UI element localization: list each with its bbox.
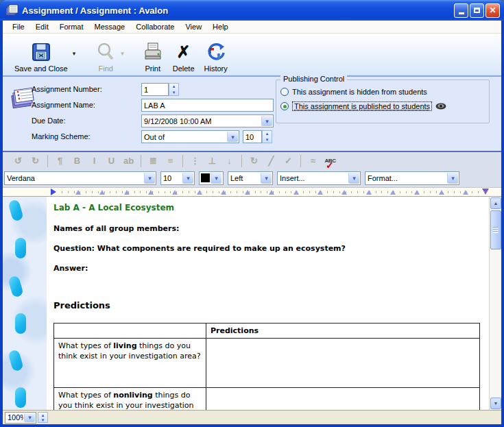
spin-down-icon[interactable]: ▾	[38, 417, 47, 422]
assignment-name-input[interactable]: LAB A	[141, 99, 274, 112]
refresh-icon: ↻	[245, 156, 263, 166]
menu-view[interactable]: View	[180, 21, 207, 32]
delete-button[interactable]: ✗ Delete	[169, 40, 198, 73]
tab-stop-marker[interactable]	[172, 190, 178, 195]
tab-stop-marker[interactable]	[148, 190, 154, 195]
tab-stop-marker[interactable]	[75, 190, 81, 195]
assignment-name-label: Assignment Name:	[32, 101, 95, 109]
save-and-close-button[interactable]: Save and Close	[11, 40, 71, 73]
menu-format[interactable]: Format	[54, 21, 89, 32]
scroll-up-button[interactable]: ▲	[490, 197, 501, 209]
menu-help[interactable]: Help	[207, 21, 234, 32]
radio-unchecked-icon[interactable]	[280, 88, 289, 96]
tab-stop-marker[interactable]	[366, 190, 372, 195]
menu-message[interactable]: Message	[89, 21, 131, 32]
align-value: Left	[228, 172, 260, 184]
spin-up-icon[interactable]: ▴	[38, 413, 47, 417]
assignment-number-value[interactable]: 1	[141, 83, 169, 96]
menu-collaborate[interactable]: Collaborate	[130, 21, 180, 32]
maximize-button[interactable]	[470, 3, 484, 18]
chevron-down-icon[interactable]: ▾	[211, 173, 221, 184]
ruler-tick	[309, 191, 310, 193]
chevron-down-icon[interactable]: ▾	[144, 173, 155, 184]
format-select[interactable]: Format... ▾	[365, 171, 459, 185]
due-date-select[interactable]: 9/12/2008 10:00 AM ▾	[141, 114, 274, 127]
title-bar[interactable]: Assignment / Assignment : Avalon ✕	[0, 0, 504, 21]
scroll-down-button[interactable]: ▼	[490, 398, 501, 409]
chevron-down-icon[interactable]: ▾	[447, 173, 458, 184]
tab-stop-marker[interactable]	[221, 190, 226, 195]
vertical-scrollbar[interactable]: ▲ ▼	[489, 197, 501, 410]
align-select[interactable]: Left ▾	[228, 171, 273, 185]
marking-points-value[interactable]: 10	[243, 130, 262, 143]
tab-stop-marker[interactable]	[124, 190, 130, 195]
print-button[interactable]: Print	[139, 40, 167, 73]
font-color-select[interactable]: ▾	[199, 171, 224, 185]
chevron-down-icon[interactable]: ▾	[24, 413, 35, 422]
find-button: Find	[92, 40, 119, 73]
answer-line: Answer:	[53, 264, 481, 273]
chevron-down-icon[interactable]: ▾	[261, 173, 272, 184]
find-label: Find	[99, 64, 113, 73]
indent-icon: ⋮	[187, 156, 204, 166]
tab-stop-marker[interactable]	[99, 190, 105, 195]
scrollbar-thumb[interactable]	[490, 210, 501, 249]
menu-edit[interactable]: Edit	[30, 21, 54, 32]
ruler-tick	[285, 191, 286, 193]
published-option-label[interactable]: This assignment is published to students	[292, 101, 432, 111]
question-line: Question: What components are required t…	[53, 244, 481, 253]
assignment-number-label: Assignment Number:	[32, 85, 102, 93]
font-size-select[interactable]: 10 ▾	[160, 171, 195, 185]
tab-stop-marker[interactable]	[341, 190, 347, 195]
close-button[interactable]: ✕	[485, 3, 500, 18]
tab-stop-marker[interactable]	[463, 190, 468, 195]
separator	[300, 155, 301, 167]
marking-points-spinner[interactable]: ▴ ▾	[262, 130, 272, 143]
published-option-row[interactable]: This assignment is published to students	[280, 101, 446, 111]
ruler-tick	[195, 191, 195, 193]
nonliving-answer-cell[interactable]	[206, 388, 480, 411]
left-indent-marker[interactable]	[51, 188, 56, 195]
font-family-select[interactable]: Verdana ▾	[4, 171, 156, 185]
living-answer-cell[interactable]	[206, 339, 480, 388]
chevron-down-icon[interactable]: ▾	[261, 116, 272, 126]
right-indent-marker[interactable]	[482, 188, 489, 195]
spin-down-icon[interactable]: ▾	[263, 137, 272, 143]
menu-file[interactable]: File	[7, 21, 30, 32]
document-page[interactable]: Lab A - A Local Ecosystem Names of all g…	[47, 197, 489, 410]
tab-stop-marker[interactable]	[269, 190, 274, 195]
chevron-down-icon[interactable]: ▾	[227, 132, 238, 142]
eye-icon	[435, 103, 446, 110]
tab-stop-marker[interactable]	[317, 190, 323, 195]
radio-checked-icon[interactable]	[280, 102, 289, 110]
hidden-option-label[interactable]: This assignment is hidden from students	[292, 88, 427, 96]
spin-up-icon[interactable]: ▴	[169, 84, 178, 90]
marking-scheme-select[interactable]: Out of ▾	[141, 130, 239, 143]
assignment-number-field[interactable]: 1 ▴ ▾	[141, 83, 179, 96]
chevron-down-icon[interactable]: ▾	[348, 173, 359, 184]
insert-select[interactable]: Insert... ▾	[277, 171, 361, 185]
tab-stop-marker[interactable]	[439, 190, 444, 195]
marking-points-field[interactable]: 10 ▴ ▾	[243, 130, 272, 143]
ruler-tick	[411, 191, 412, 193]
insert-below-icon: ↓	[221, 156, 238, 166]
minimize-icon	[459, 12, 464, 14]
zoom-spinner[interactable]: ▴ ▾	[38, 412, 48, 423]
hidden-option-row[interactable]: This assignment is hidden from students	[280, 88, 427, 96]
minimize-button[interactable]	[454, 3, 468, 18]
history-button[interactable]: History	[201, 40, 231, 73]
assignment-number-spinner[interactable]: ▴ ▾	[169, 83, 179, 96]
spin-down-icon[interactable]: ▾	[169, 90, 178, 96]
tab-stop-marker[interactable]	[197, 190, 202, 195]
save-and-close-dropdown-icon[interactable]: ▾	[73, 50, 76, 57]
spellcheck-icon[interactable]: ABC✓	[322, 158, 339, 164]
spin-up-icon[interactable]: ▴	[263, 131, 272, 137]
tab-stop-marker[interactable]	[414, 190, 420, 195]
tab-stop-marker[interactable]	[390, 190, 396, 195]
chevron-down-icon[interactable]: ▾	[182, 173, 193, 184]
tab-stop-marker[interactable]	[245, 190, 250, 195]
tab-stop-marker[interactable]	[293, 190, 299, 195]
print-icon	[143, 40, 163, 64]
ruler-tick	[472, 191, 472, 193]
zoom-select[interactable]: 100% ▾	[5, 412, 36, 424]
